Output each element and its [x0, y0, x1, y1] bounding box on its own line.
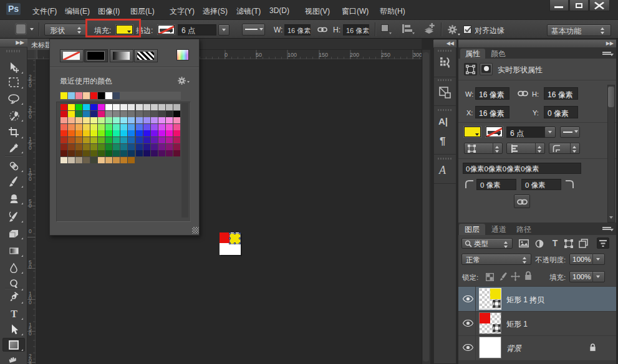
svg-text:T: T	[11, 309, 17, 318]
